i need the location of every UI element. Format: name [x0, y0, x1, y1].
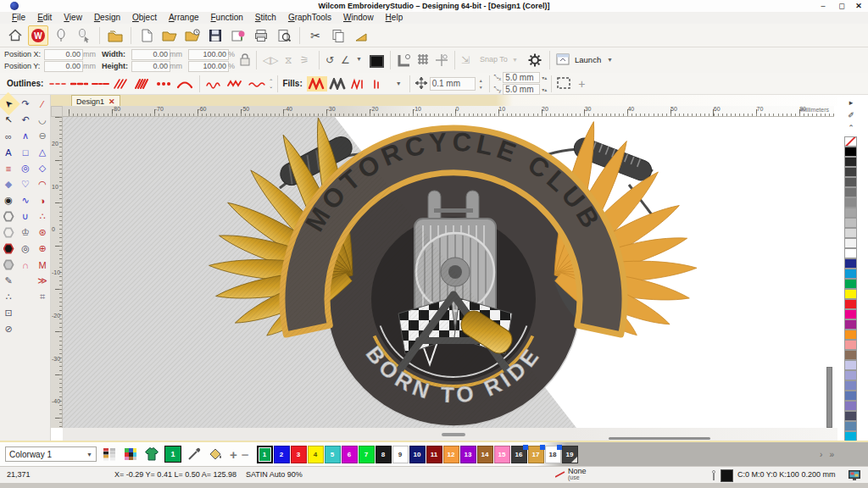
- mirror-horizontal-icon[interactable]: ◁▷: [263, 54, 278, 66]
- toolbox-knife[interactable]: ✎: [0, 273, 17, 289]
- toolbox-shapes[interactable]: ♡: [17, 176, 34, 192]
- thread-swatch-18[interactable]: 18: [545, 446, 561, 463]
- spacing-y-spinner[interactable]: ▾▴: [542, 86, 547, 92]
- thread-swatch-8[interactable]: 8: [376, 446, 392, 463]
- launch-icon[interactable]: [556, 53, 570, 67]
- thread-swatch-9[interactable]: 9: [392, 446, 409, 463]
- outline-arc-icon[interactable]: [175, 76, 195, 92]
- minimize-button[interactable]: –: [817, 0, 829, 12]
- palette-flyout-icon[interactable]: ▸: [844, 97, 858, 108]
- current-thread-chip[interactable]: [721, 469, 733, 482]
- spacing-y-input[interactable]: 5.0 mm: [503, 84, 540, 95]
- outline-wave1-icon[interactable]: [204, 76, 225, 92]
- horizontal-ruler[interactable]: millimeters -80-70-60-50-40-30-20-100102…: [63, 106, 834, 117]
- add-color-icon[interactable]: +: [230, 447, 237, 462]
- toolbox-freehand[interactable]: ∿: [17, 192, 34, 208]
- rotate-ccw-icon[interactable]: ↺: [326, 54, 334, 66]
- thread-swatch-14[interactable]: 14: [477, 446, 493, 463]
- rotate-dropdown-icon[interactable]: ▼: [356, 56, 362, 62]
- corner-shape-icon[interactable]: [351, 25, 371, 46]
- design-canvas[interactable]: BORN TO RIDE: [63, 117, 834, 428]
- palette-color-18[interactable]: [844, 319, 857, 330]
- toolbox-m-line-1[interactable]: M: [34, 257, 51, 273]
- offset-spinner[interactable]: ▲▼: [477, 78, 485, 90]
- fill-contour-icon[interactable]: [370, 76, 391, 92]
- toolbox-star-wheel[interactable]: ⊛: [34, 225, 51, 241]
- toolbox-white-squares[interactable]: ⊡: [0, 305, 17, 321]
- canvas-vertical-scrollbar[interactable]: [826, 367, 832, 428]
- palette-color-22[interactable]: [844, 360, 857, 370]
- wilcom-workspace-icon[interactable]: W: [28, 25, 48, 46]
- snap-move-icon[interactable]: ⇲: [461, 54, 470, 66]
- thread-swatch-3[interactable]: 3: [291, 446, 307, 463]
- toolbox-circle-square[interactable]: ⊘: [0, 321, 17, 337]
- mirror-merge-icon[interactable]: ⚞: [300, 54, 309, 66]
- toolbox-hexagon-gray[interactable]: [0, 257, 17, 273]
- toolbox-node-select[interactable]: ↷: [17, 96, 34, 112]
- menu-stitch[interactable]: Stitch: [250, 12, 281, 24]
- display-monitor-icon[interactable]: [848, 469, 861, 483]
- palette-color-none[interactable]: [844, 136, 857, 147]
- fill-satin-icon[interactable]: [307, 76, 327, 92]
- toolbox-horseshoe[interactable]: ∩: [17, 257, 34, 273]
- palette-eyedropper-icon[interactable]: ✐: [844, 109, 858, 121]
- palette-color-24[interactable]: [844, 380, 857, 391]
- palette-color-16[interactable]: [844, 299, 857, 309]
- balloon-mode-icon[interactable]: [51, 25, 71, 46]
- grid-icon[interactable]: [415, 53, 431, 69]
- thread-swatch-10[interactable]: 10: [409, 446, 426, 463]
- height-input[interactable]: 0.00: [131, 61, 170, 72]
- toolbox-ellipse-node[interactable]: ◎: [17, 160, 34, 176]
- thread-swatch-4[interactable]: 4: [308, 446, 324, 463]
- thread-swatch-2[interactable]: 2: [274, 446, 290, 463]
- toolbox-curve-edit[interactable]: ↶: [17, 112, 34, 128]
- thread-swatch-17[interactable]: 17: [528, 446, 544, 463]
- palette-editor-icon[interactable]: [122, 446, 139, 463]
- outline-run-icon[interactable]: [47, 76, 68, 92]
- save-as-icon[interactable]: [228, 25, 248, 46]
- palette-color-15[interactable]: [844, 289, 857, 299]
- vertical-ruler[interactable]: 20100-10-20-30-40: [51, 117, 63, 428]
- snap-dropdown-icon[interactable]: ▼: [512, 57, 518, 63]
- palette-collapse-icon[interactable]: ⌃: [844, 122, 858, 134]
- open-recent-icon[interactable]: [182, 25, 203, 46]
- restore-button[interactable]: ◻: [836, 0, 848, 12]
- toolbox-blue-curve[interactable]: ∪: [17, 208, 34, 225]
- tab-close-icon[interactable]: ✕: [108, 97, 115, 107]
- toolbox-team-names[interactable]: ≡: [0, 160, 17, 176]
- outline-run2-icon[interactable]: [69, 76, 89, 92]
- palette-color-19[interactable]: [844, 330, 857, 340]
- scale-y-input[interactable]: 100.00: [188, 61, 229, 72]
- menu-view[interactable]: View: [58, 12, 87, 24]
- offset-input[interactable]: 0.1 mm: [430, 77, 476, 91]
- palette-color-2[interactable]: [844, 157, 857, 167]
- width-input[interactable]: 0.00: [131, 49, 170, 60]
- toolbox-arc-tool[interactable]: ◡: [34, 112, 51, 128]
- palette-color-12[interactable]: [844, 258, 857, 269]
- toolbox-reshape[interactable]: ↖: [0, 112, 17, 128]
- apply-color-icon[interactable]: [207, 446, 224, 463]
- toolbox-node-path[interactable]: ∴: [34, 208, 51, 225]
- menu-object[interactable]: Object: [127, 12, 162, 24]
- settings-gear-icon[interactable]: [527, 53, 542, 69]
- palette-color-20[interactable]: [844, 340, 857, 350]
- rotate-angle-icon[interactable]: ∠: [341, 54, 350, 66]
- toolbox-crown-tool[interactable]: ♔: [17, 225, 34, 241]
- toolbox-arrows-red[interactable]: ≫: [34, 273, 51, 289]
- tab-design1[interactable]: Design1 ✕: [71, 95, 120, 107]
- palette-more-icon[interactable]: »: [829, 450, 834, 459]
- toolbox-wheel[interactable]: ⊕: [34, 241, 51, 257]
- palette-color-26[interactable]: [844, 401, 857, 411]
- colorway-select[interactable]: Colorway 1 ▼: [5, 446, 97, 462]
- current-color-chip[interactable]: 1: [164, 446, 181, 463]
- print-icon[interactable]: [251, 25, 271, 46]
- hoop-icon[interactable]: [434, 53, 449, 69]
- menu-edit[interactable]: Edit: [32, 12, 57, 24]
- folders-icon[interactable]: [105, 25, 125, 46]
- palette-color-3[interactable]: [844, 167, 857, 177]
- toolbox-border-band[interactable]: ◠: [34, 176, 51, 192]
- product-visualizer-icon[interactable]: [143, 446, 160, 463]
- toolbox-cc-circle[interactable]: ◎: [17, 241, 34, 257]
- home-icon[interactable]: [5, 25, 25, 46]
- menu-window[interactable]: Window: [338, 12, 379, 24]
